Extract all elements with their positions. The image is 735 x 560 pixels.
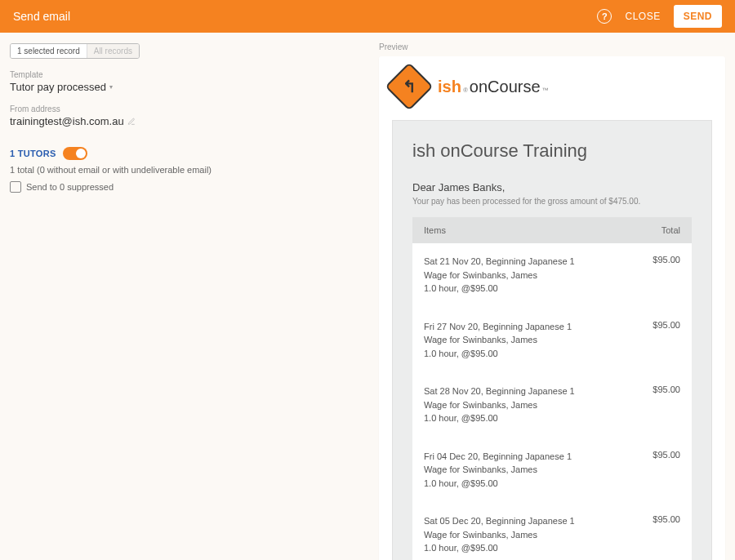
table-row: Fri 04 Dec 20, Beginning Japanese 1 Wage… — [412, 438, 692, 504]
suppressed-row: Send to 0 suppressed — [10, 181, 369, 193]
preview-column: Preview ↰ ish® onCourse™ ish onCourse Tr… — [379, 42, 725, 560]
template-value: Tutor pay processed — [10, 81, 106, 93]
item-desc: Sat 28 Nov 20, Beginning Japanese 1 Wage… — [424, 384, 653, 425]
tutors-toggle[interactable] — [63, 147, 87, 160]
item-total: $95.00 — [653, 450, 680, 491]
email-card: ish onCourse Training Dear James Banks, … — [392, 120, 712, 560]
item-total: $95.00 — [653, 255, 680, 296]
email-title: ish onCourse Training — [412, 140, 692, 162]
page-header: Send email ? CLOSE SEND — [0, 0, 735, 33]
logo-text: ish® onCourse™ — [438, 78, 549, 96]
table-row: Fri 27 Nov 20, Beginning Japanese 1 Wage… — [412, 309, 692, 374]
item-desc: Sat 05 Dec 20, Beginning Japanese 1 Wage… — [424, 514, 653, 555]
logo-row: ↰ ish® onCourse™ — [392, 69, 712, 104]
template-label: Template — [10, 70, 369, 79]
item-total: $95.00 — [653, 320, 680, 361]
preview-panel: ↰ ish® onCourse™ ish onCourse Training D… — [379, 56, 725, 560]
form-panel: 1 selected record All records Template T… — [10, 42, 369, 560]
chevron-down-icon: ▾ — [109, 83, 113, 91]
table-row: Sat 21 Nov 20, Beginning Japanese 1 Wage… — [412, 243, 692, 309]
logo-sign-icon: ↰ — [385, 62, 433, 110]
email-greeting: Dear James Banks, — [412, 181, 692, 193]
segmented-all-records[interactable]: All records — [87, 44, 139, 58]
record-scope-segmented: 1 selected record All records — [10, 43, 140, 59]
item-total: $95.00 — [653, 514, 680, 555]
toggle-knob — [76, 149, 86, 158]
item-total: $95.00 — [653, 384, 680, 425]
edit-icon — [127, 118, 136, 126]
col-items-header: Items — [424, 225, 662, 235]
tutors-label: 1 TUTORS — [10, 149, 56, 158]
col-total-header: Total — [662, 225, 680, 235]
table-row: Sat 28 Nov 20, Beginning Japanese 1 Wage… — [412, 373, 692, 438]
template-select[interactable]: Tutor pay processed ▾ — [10, 81, 369, 93]
email-intro: Your pay has been processed for the gros… — [412, 197, 692, 206]
close-button[interactable]: CLOSE — [625, 11, 660, 22]
tutors-summary: 1 total (0 without email or with undeliv… — [10, 165, 369, 175]
items-table: Items Total Sat 21 Nov 20, Beginning Jap… — [412, 217, 692, 560]
header-actions: ? CLOSE SEND — [597, 5, 722, 28]
from-address-value[interactable]: trainingtest@ish.com.au — [10, 115, 369, 127]
suppressed-checkbox[interactable] — [10, 181, 21, 193]
preview-label: Preview — [379, 42, 725, 51]
item-desc: Fri 27 Nov 20, Beginning Japanese 1 Wage… — [424, 320, 653, 361]
main-layout: 1 selected record All records Template T… — [0, 33, 735, 560]
from-address-text: trainingtest@ish.com.au — [10, 115, 124, 127]
tutors-row: 1 TUTORS — [10, 147, 369, 160]
page-title: Send email — [13, 10, 597, 23]
send-button[interactable]: SEND — [674, 5, 722, 28]
item-desc: Sat 21 Nov 20, Beginning Japanese 1 Wage… — [424, 255, 653, 296]
items-header-row: Items Total — [412, 217, 692, 243]
from-address-label: From address — [10, 104, 369, 113]
segmented-selected-record[interactable]: 1 selected record — [11, 44, 87, 58]
table-row: Sat 05 Dec 20, Beginning Japanese 1 Wage… — [412, 503, 692, 560]
suppressed-label: Send to 0 suppressed — [26, 182, 114, 192]
logo-arrow-icon: ↰ — [403, 77, 416, 96]
item-desc: Fri 04 Dec 20, Beginning Japanese 1 Wage… — [424, 450, 653, 491]
help-icon[interactable]: ? — [597, 9, 612, 24]
